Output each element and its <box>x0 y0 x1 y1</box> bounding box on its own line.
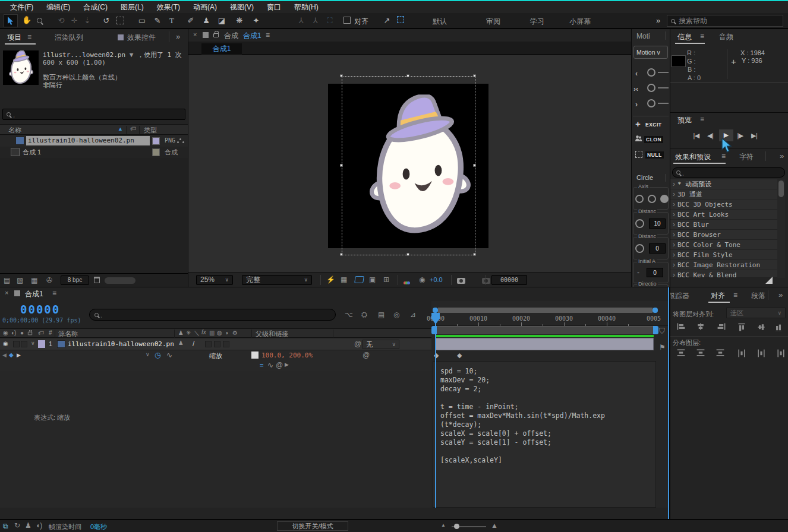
layer-toggle-box[interactable] <box>21 341 27 347</box>
time-navigator-bar[interactable] <box>438 308 653 313</box>
post-expression-graph-icon[interactable]: ∿ <box>166 352 172 359</box>
pan-camera-tool[interactable]: ✛ <box>68 15 81 26</box>
close-tab-icon[interactable]: × <box>5 290 8 296</box>
exposure-value[interactable]: +0.0 <box>430 276 443 283</box>
unlock-icon[interactable] <box>213 33 219 37</box>
keyframe-nav-right-icon[interactable]: ▶ <box>17 352 21 358</box>
align-v-center-button[interactable] <box>751 321 768 332</box>
expression-language-menu-icon[interactable]: ▶ <box>285 362 289 368</box>
last-frame-button[interactable]: ▶| <box>751 132 757 140</box>
expression-editor[interactable]: spd = 10; maxDev = 20; decay = 2; t = ti… <box>433 361 656 508</box>
next-frame-button[interactable]: |▶ <box>737 132 743 140</box>
align-to-dropdown[interactable]: 选区 ∨ <box>726 308 786 318</box>
preview-panel-menu-icon[interactable]: ≡ <box>700 116 704 123</box>
column-name[interactable]: 名称 <box>8 126 21 135</box>
source-name-column[interactable]: 源名称 <box>58 330 78 338</box>
distribute-bottom-button[interactable] <box>712 347 729 359</box>
roto-brush-tool[interactable]: ❋ <box>233 15 246 26</box>
previous-frame-button[interactable]: ◀| <box>707 132 713 140</box>
workspace-learn[interactable]: 学习 <box>530 17 544 27</box>
parent-dropdown[interactable]: 无 ∨ <box>363 340 399 349</box>
brush-tool[interactable]: ✐ <box>184 15 197 26</box>
project-row-comp[interactable]: 合成 1 合成 <box>0 147 188 158</box>
selection-handle[interactable] <box>473 74 476 77</box>
effects-category[interactable]: ›BCC Art Looks <box>670 210 777 220</box>
align-left-button[interactable] <box>673 321 689 332</box>
tab-render-queue[interactable]: 渲染队列 <box>55 33 83 43</box>
close-tab-icon[interactable]: × <box>193 31 197 38</box>
selection-handle[interactable] <box>406 253 409 256</box>
roi-tool[interactable] <box>116 17 124 26</box>
excite-button[interactable]: EXCIT <box>645 122 662 128</box>
align-tabs-overflow[interactable]: » <box>778 290 783 299</box>
help-search-box[interactable]: 搜索帮助 <box>667 15 783 27</box>
layer-visibility-eye-icon[interactable]: ◉ <box>3 341 8 347</box>
clone-button[interactable]: CLON <box>644 136 663 143</box>
frame-blending-icon[interactable]: ▤ <box>378 311 384 318</box>
parent-link-column[interactable]: 父级和链接 <box>256 330 288 338</box>
align-h-center-button[interactable] <box>692 321 709 332</box>
new-composition-button[interactable]: ▦ <box>31 277 37 284</box>
time-nav-end-handle[interactable] <box>653 308 658 313</box>
menu-help[interactable]: 帮助(H) <box>288 2 325 12</box>
effects-category[interactable]: ›BCC Browser <box>670 230 777 240</box>
expression-row[interactable]: = ∿ @ ▶ <box>0 361 431 371</box>
anchor-center-icon[interactable]: ›‹ <box>633 85 638 93</box>
comp-subtab[interactable]: 合成1 <box>201 43 242 55</box>
effects-scrollbar-thumb[interactable] <box>778 180 784 197</box>
stopwatch-icon[interactable]: ◷ <box>155 351 160 359</box>
time-nav-start-handle[interactable] <box>433 308 438 313</box>
rotate-tool[interactable]: ↺ <box>100 15 113 26</box>
view-options-icon[interactable]: ⊞ <box>383 276 389 283</box>
selection-handle[interactable] <box>340 74 343 77</box>
time-ruler[interactable]: 00000 00010 00020 00030 00040 0005 <box>431 313 668 326</box>
current-frame-counter[interactable]: 00000 <box>20 303 60 316</box>
axis-y-button[interactable] <box>648 195 656 203</box>
label-color-swatch[interactable] <box>152 148 160 156</box>
menu-window[interactable]: 窗口 <box>260 2 288 12</box>
show-snapshot-icon[interactable] <box>482 278 490 284</box>
property-name[interactable]: 缩放 <box>209 352 222 360</box>
magnification-dropdown[interactable]: 25%∨ <box>196 275 233 285</box>
dolly-camera-tool[interactable]: ⇣ <box>81 15 94 26</box>
align-right-button[interactable] <box>712 321 729 332</box>
axis-both-button[interactable] <box>660 195 669 203</box>
layer-label-color[interactable] <box>38 340 45 348</box>
effects-category[interactable]: ›BCC 3D Objects <box>670 200 777 210</box>
keyframe-add-diamond-icon[interactable]: ◆ <box>9 352 14 358</box>
layer-duration-bar[interactable] <box>436 338 654 350</box>
comp-button-flag-icon[interactable]: ⚑ <box>659 344 666 351</box>
dimension-link-box[interactable] <box>251 352 259 359</box>
project-settings-icon[interactable]: ✇ <box>46 277 52 284</box>
zoom-in-mountain-icon[interactable]: ▲ <box>491 522 498 529</box>
zoom-tool[interactable] <box>37 17 42 25</box>
menu-view[interactable]: 视图(V) <box>223 2 260 12</box>
sort-ascending-icon[interactable]: ▲ <box>118 126 123 132</box>
layer-row[interactable]: ◉ ∨ 1 illustrain10-halloween02.pn ♟ / @ … <box>0 338 431 350</box>
viewer-tab-name[interactable]: 合成1 <box>243 31 261 41</box>
menu-edit[interactable]: 编辑(E) <box>40 2 77 12</box>
tab-preview[interactable]: 预览 <box>677 115 692 125</box>
channel-rgb-icon[interactable] <box>404 278 410 286</box>
align-panel-menu-icon[interactable]: ≡ <box>733 292 737 299</box>
effects-category[interactable]: ›* 动画预设 <box>670 179 777 189</box>
layer-source-name[interactable]: illustrain10-halloween02.pn <box>68 340 174 348</box>
timeline-search-box[interactable]: ˯ <box>89 309 336 321</box>
delete-item-button[interactable] <box>94 277 100 285</box>
menu-effect[interactable]: 效果(T) <box>150 2 187 12</box>
playhead-line[interactable] <box>435 313 436 508</box>
tab-tracker[interactable]: 跟踪器 <box>670 291 689 301</box>
effects-category[interactable]: ›BCC Blur <box>670 220 777 230</box>
shrink-icon[interactable]: ↗ <box>380 15 393 26</box>
refresh-icon[interactable]: ↻ <box>14 522 20 529</box>
effects-category[interactable]: ›BCC Key & Blend <box>670 270 777 278</box>
distance-value-field[interactable]: 10 <box>649 218 666 229</box>
zoom-out-mountain-icon[interactable]: ▲ <box>441 523 446 528</box>
effects-category[interactable]: ›BCC Color & Tone <box>670 240 777 250</box>
layer-selection-bounds[interactable] <box>342 76 475 255</box>
resolution-dropdown[interactable]: 完整∨ <box>242 275 312 285</box>
distribute-v-center-button[interactable] <box>692 347 709 359</box>
comp-marker-shield-icon[interactable]: ⛉ <box>659 327 665 335</box>
workspace-small-screen[interactable]: 小屏幕 <box>569 17 591 27</box>
viewer-panel-menu-icon[interactable]: ≡ <box>266 31 270 39</box>
